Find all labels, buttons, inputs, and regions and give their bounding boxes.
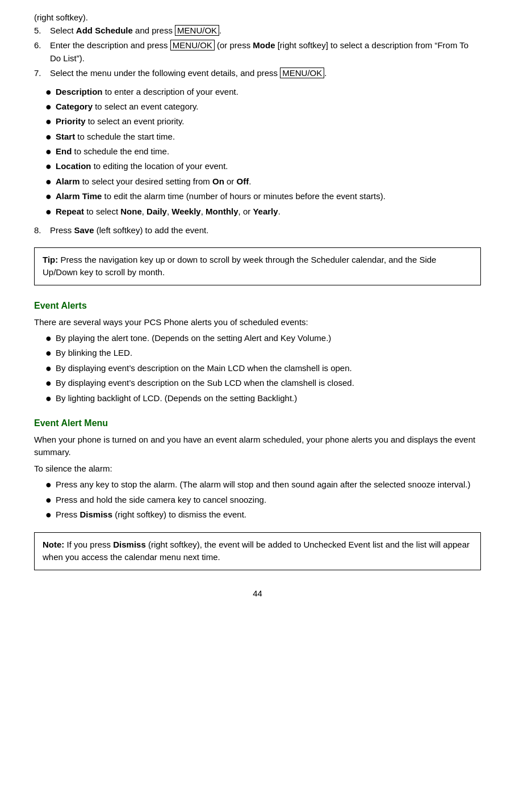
step-5-num: 5. <box>34 24 50 37</box>
step-5: 5. Select Add Schedule and press MENU/OK… <box>34 24 481 37</box>
step-7: 7. Select the menu under the following e… <box>34 67 481 80</box>
note-box: Note: If you press Dismiss (right softke… <box>34 532 481 570</box>
bullet-alert-dot-2: ● <box>45 347 56 360</box>
bullet-alert-3: ● By displaying event’s description on t… <box>45 362 481 375</box>
bullet-category-text: Category to select an event category. <box>56 100 199 113</box>
step-8-bold-save: Save <box>74 225 94 235</box>
bullet-alert-dot-3: ● <box>45 362 56 375</box>
bullet-alert-2: ● By blinking the LED. <box>45 347 481 360</box>
bullet-end: ● End to schedule the end time. <box>45 145 481 158</box>
step-5-content: Select Add Schedule and press MENU/OK. <box>50 24 481 37</box>
intro-line: (right softkey). <box>34 11 481 24</box>
step-6-bold1: Mode <box>253 40 275 50</box>
bullet-silence-dot-1: ● <box>45 478 56 491</box>
bullet-silence-3-text: Press Dismiss (right softkey) to dismiss… <box>56 508 246 521</box>
event-alerts-heading: Event Alerts <box>34 299 481 313</box>
bullet-silence-2: ● Press and hold the side camera key to … <box>45 494 481 507</box>
bullet-dot-2: ● <box>45 100 56 113</box>
bullet-repeat-text: Repeat to select None, Daily, Weekly, Mo… <box>56 205 280 218</box>
bullet-alert-2-text: By blinking the LED. <box>56 347 132 360</box>
bullet-dot-1: ● <box>45 86 56 99</box>
bullet-dot-8: ● <box>45 190 56 203</box>
step-7-content: Select the menu under the following even… <box>50 67 481 80</box>
step-8-content: Press Save (left softkey) to add the eve… <box>50 224 481 237</box>
bullet-alert-dot-5: ● <box>45 392 56 405</box>
event-details-list: ● Description to enter a description of … <box>45 86 481 219</box>
event-alert-menu-heading: Event Alert Menu <box>34 416 481 430</box>
step-8-num: 8. <box>34 224 50 237</box>
tip-label: Tip: <box>43 255 58 264</box>
bullet-alert-1-text: By playing the alert tone. (Depends on t… <box>56 332 331 345</box>
bullet-alert-4: ● By displaying event’s description on t… <box>45 377 481 390</box>
bullet-alert-3-text: By displaying event’s description on the… <box>56 362 352 375</box>
bullet-dot-9: ● <box>45 205 56 218</box>
bullet-dot-4: ● <box>45 131 56 144</box>
bullet-alert-dot-4: ● <box>45 377 56 390</box>
bullet-priority: ● Priority to select an event priority. <box>45 115 481 128</box>
tip-text: Press the navigation key up or down to s… <box>43 255 436 277</box>
step-8: 8. Press Save (left softkey) to add the … <box>34 224 481 237</box>
bullet-alert-1: ● By playing the alert tone. (Depends on… <box>45 332 481 345</box>
bullet-start: ● Start to schedule the start time. <box>45 131 481 144</box>
bullet-priority-text: Priority to select an event priority. <box>56 115 185 128</box>
step-6-boxed1: MENU/OK <box>170 40 215 51</box>
bullet-repeat: ● Repeat to select None, Daily, Weekly, … <box>45 205 481 218</box>
bullet-start-text: Start to schedule the start time. <box>56 131 175 144</box>
bullet-silence-1-text: Press any key to stop the alarm. (The al… <box>56 478 470 491</box>
bullet-silence-1: ● Press any key to stop the alarm. (The … <box>45 478 481 491</box>
bullet-alarm-text: Alarm to select your desired setting fro… <box>56 175 251 188</box>
bullet-silence-2-text: Press and hold the side camera key to ca… <box>56 494 266 507</box>
bullet-silence-dot-2: ● <box>45 494 56 507</box>
step-7-num: 7. <box>34 67 50 80</box>
step-5-bold1: Add Schedule <box>76 26 133 35</box>
event-alert-menu-list: ● Press any key to stop the alarm. (The … <box>45 478 481 521</box>
event-alert-menu-para2: To silence the alarm: <box>34 462 481 476</box>
step-6-content: Enter the description and press MENU/OK … <box>50 39 481 65</box>
tip-box: Tip: Press the navigation key up or down… <box>34 247 481 285</box>
bullet-dot-5: ● <box>45 145 56 158</box>
bullet-description-text: Description to enter a description of yo… <box>56 86 238 99</box>
event-alerts-list: ● By playing the alert tone. (Depends on… <box>45 332 481 405</box>
bullet-silence-3: ● Press Dismiss (right softkey) to dismi… <box>45 508 481 521</box>
bullet-alert-5-text: By lighting backlight of LCD. (Depends o… <box>56 392 297 405</box>
page-number: 44 <box>34 587 481 600</box>
bullet-silence-dot-3: ● <box>45 508 56 521</box>
bullet-alert-dot-1: ● <box>45 332 56 345</box>
bullet-location-text: Location to editing the location of your… <box>56 160 228 173</box>
bullet-dot-3: ● <box>45 115 56 128</box>
step-7-boxed1: MENU/OK <box>280 68 324 78</box>
step-6: 6. Enter the description and press MENU/… <box>34 39 481 65</box>
bullet-end-text: End to schedule the end time. <box>56 145 169 158</box>
bullet-alert-4-text: By displaying event’s description on the… <box>56 377 354 390</box>
note-text: If you press Dismiss (right softkey), th… <box>43 540 470 562</box>
bullet-alarm: ● Alarm to select your desired setting f… <box>45 175 481 188</box>
step-5-boxed1: MENU/OK <box>175 25 219 36</box>
event-alert-menu-para1: When your phone is turned on and you hav… <box>34 434 481 459</box>
bullet-alarm-time: ● Alarm Time to edit the alarm time (num… <box>45 190 481 203</box>
bullet-alarm-time-text: Alarm Time to edit the alarm time (numbe… <box>56 190 386 203</box>
bullet-location: ● Location to editing the location of yo… <box>45 160 481 173</box>
bullet-alert-5: ● By lighting backlight of LCD. (Depends… <box>45 392 481 405</box>
bullet-category: ● Category to select an event category. <box>45 100 481 113</box>
bullet-dot-6: ● <box>45 160 56 173</box>
event-alerts-intro: There are several ways your PCS Phone al… <box>34 316 481 329</box>
bullet-dot-7: ● <box>45 175 56 188</box>
note-label: Note: <box>43 540 64 549</box>
step-6-num: 6. <box>34 39 50 65</box>
bullet-description: ● Description to enter a description of … <box>45 86 481 99</box>
